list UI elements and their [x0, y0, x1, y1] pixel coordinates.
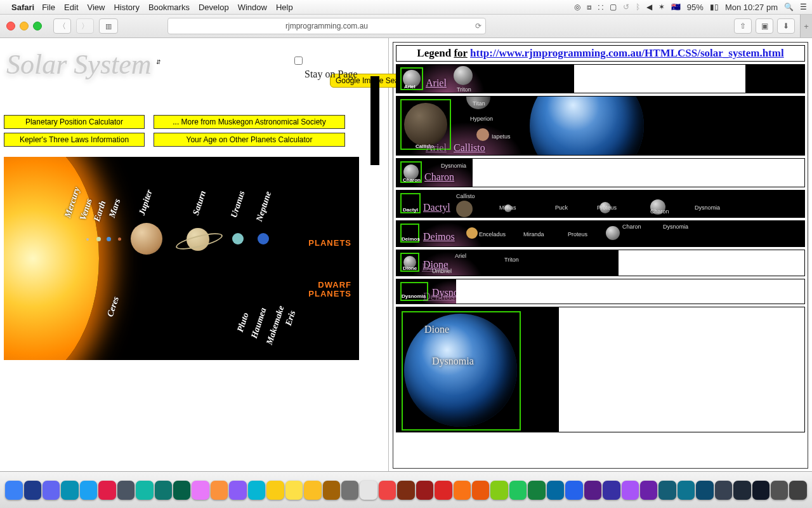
dock-app-7[interactable]: [136, 481, 153, 500]
dock-app-22[interactable]: [416, 481, 433, 500]
muskegon-button[interactable]: ... More from Muskegon Astronomical Soci…: [154, 115, 345, 129]
address-bar[interactable]: rjmprogramming.com.au ⟳: [167, 18, 486, 34]
grid-icon[interactable]: ⸬: [598, 3, 603, 11]
flag-icon[interactable]: 🇦🇺: [671, 3, 681, 11]
wifi-icon[interactable]: ✶: [658, 3, 665, 11]
menu-edit[interactable]: Edit: [64, 3, 78, 12]
dock-app-30[interactable]: [565, 481, 582, 500]
menu-window[interactable]: Window: [238, 3, 267, 12]
dock-app-33[interactable]: [622, 481, 639, 500]
dock-app-19[interactable]: [360, 481, 377, 500]
moon-label: Hyperion: [470, 116, 493, 122]
moon-label: Charon: [622, 224, 641, 230]
dock-app-28[interactable]: [528, 481, 545, 500]
dock-app-29[interactable]: [547, 481, 564, 500]
legend-row-ariel: Ariel Ariel Triton: [396, 64, 805, 93]
dock-app-34[interactable]: [640, 481, 657, 500]
dock-app-6[interactable]: [117, 481, 134, 500]
jupiter: [131, 223, 162, 255]
dock-app-2[interactable]: [43, 481, 60, 500]
legend-row-dione: Dione Dactyl Dione Ariel Umbriel Triton: [396, 250, 805, 276]
dock-app-1[interactable]: [24, 481, 41, 500]
menu-view[interactable]: View: [88, 3, 105, 12]
dactyl-link[interactable]: Dactyl: [423, 202, 450, 213]
zoom-window-button[interactable]: [33, 22, 42, 30]
dock-app-5[interactable]: [98, 481, 115, 500]
dock-app-12[interactable]: [229, 481, 246, 500]
dock-app-42[interactable]: [789, 481, 806, 500]
legend-strip: [370, 76, 379, 165]
reload-icon[interactable]: ⟳: [475, 22, 481, 30]
menu-develop[interactable]: Develop: [199, 3, 229, 12]
bluetooth-icon[interactable]: ᛒ: [636, 3, 640, 11]
airplay-icon[interactable]: ▢: [610, 3, 617, 11]
dock-app-23[interactable]: [435, 481, 452, 500]
notification-icon[interactable]: ☰: [800, 3, 807, 11]
volume-icon[interactable]: ◀︎: [646, 3, 652, 11]
legend-word: Legend: [417, 47, 451, 59]
new-tab-button[interactable]: +: [800, 15, 812, 37]
dropbox-icon[interactable]: ⧈: [587, 3, 592, 11]
spotlight-icon[interactable]: 🔍: [784, 3, 794, 11]
planetary-position-button[interactable]: Planetary Position Calculator: [4, 115, 145, 129]
lbl-jupiter: Jupiter: [137, 189, 155, 217]
lbl-neptune: Neptune: [254, 190, 273, 223]
dock-app-32[interactable]: [603, 481, 620, 500]
dock-app-11[interactable]: [211, 481, 228, 500]
charon-link[interactable]: Charon: [424, 171, 454, 183]
dock-app-14[interactable]: [266, 481, 284, 500]
dock-app-10[interactable]: [192, 481, 209, 500]
dock-app-38[interactable]: [715, 481, 732, 500]
menu-history[interactable]: History: [114, 3, 139, 12]
deimos-link[interactable]: Deimos: [423, 231, 455, 243]
menu-help[interactable]: Help: [276, 3, 293, 12]
dock-app-18[interactable]: [341, 481, 358, 500]
dock-app-13[interactable]: [248, 481, 265, 500]
tabs-button[interactable]: ▣: [756, 18, 773, 34]
dock-app-37[interactable]: [696, 481, 713, 500]
callisto-link[interactable]: Callisto: [454, 142, 485, 154]
minimize-window-button[interactable]: [20, 22, 29, 30]
menu-file[interactable]: File: [42, 3, 55, 12]
age-planets-button[interactable]: Your Age on Other Planets Calculator: [154, 133, 345, 147]
dock-app-41[interactable]: [771, 481, 788, 500]
legend-url-link[interactable]: http://www.rjmprogramming.com.au/HTMLCSS…: [470, 47, 784, 59]
dock-app-8[interactable]: [155, 481, 172, 500]
battery-icon[interactable]: ▮▯: [710, 3, 719, 11]
downloads-button[interactable]: ⬇: [777, 18, 795, 34]
dock-app-25[interactable]: [472, 481, 489, 500]
dock-app-36[interactable]: [678, 481, 695, 500]
dock-app-35[interactable]: [658, 481, 676, 500]
solar-system-image[interactable]: PLANETS DWARF PLANETS Mercury Venus Eart…: [4, 157, 359, 360]
stay-checkbox[interactable]: [294, 57, 303, 65]
menu-bookmarks[interactable]: Bookmarks: [148, 3, 190, 12]
dock-app-27[interactable]: [509, 481, 527, 500]
dock-app-26[interactable]: [490, 481, 508, 500]
ariel-link[interactable]: Ariel: [426, 77, 447, 89]
kepler-button[interactable]: Kepler's Three Laws Information: [4, 133, 145, 147]
dock-app-9[interactable]: [173, 481, 190, 500]
share-button[interactable]: ⇧: [734, 18, 752, 34]
lbl-eris: Eris: [284, 309, 298, 327]
dock-app-40[interactable]: [752, 481, 769, 500]
dock-app-20[interactable]: [379, 481, 396, 500]
timemachine-icon[interactable]: ↺: [623, 3, 629, 11]
close-window-button[interactable]: [6, 22, 15, 30]
moon-label: Puck: [555, 204, 568, 211]
dock-app-0[interactable]: [5, 481, 22, 500]
dock-app-24[interactable]: [454, 481, 471, 500]
dock-app-15[interactable]: [285, 481, 303, 500]
dock-app-31[interactable]: [584, 481, 601, 500]
app-name[interactable]: Safari: [11, 3, 34, 12]
sidebar-button[interactable]: ▥: [99, 18, 118, 34]
dock-app-21[interactable]: [397, 481, 414, 500]
dock-app-16[interactable]: [304, 481, 321, 500]
power-icon[interactable]: ◎: [574, 3, 580, 11]
dock-app-39[interactable]: [733, 481, 750, 500]
dock-app-3[interactable]: [61, 481, 78, 500]
dock-app-4[interactable]: [80, 481, 97, 500]
clock[interactable]: Mon 10:27 pm: [725, 3, 778, 12]
dock-app-17[interactable]: [323, 481, 340, 500]
forward-button[interactable]: 〉: [76, 18, 94, 34]
back-button[interactable]: 〈: [53, 18, 71, 34]
